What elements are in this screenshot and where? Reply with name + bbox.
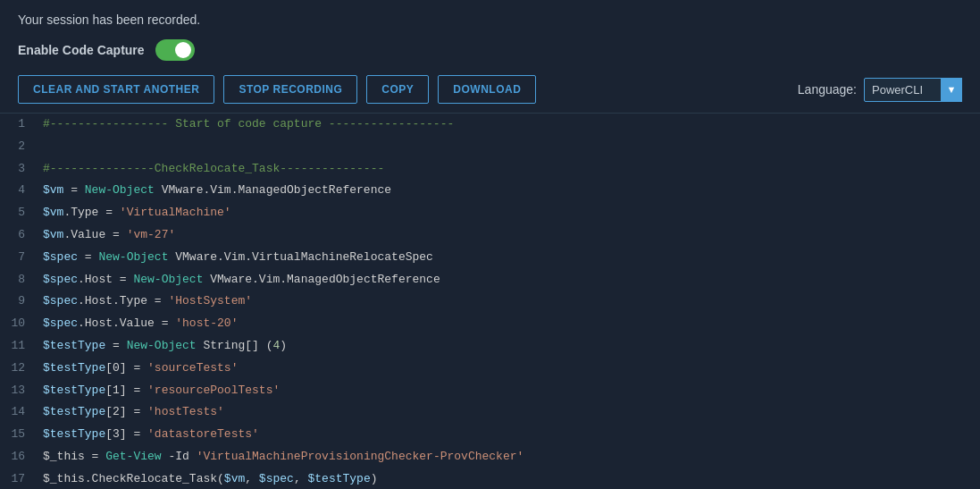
line-code: $spec = New-Object VMware.Vim.VirtualMac… [36, 247, 980, 269]
line-code: $testType = New-Object String[] (4) [36, 335, 980, 358]
session-text: Your session has been recorded. [18, 13, 962, 27]
table-row: 12 $testType[0] = 'sourceTests' [0, 358, 980, 380]
language-label: Language: [798, 82, 857, 97]
line-number: 11 [0, 335, 36, 358]
line-code: $testType[1] = 'resourcePoolTests' [36, 380, 980, 402]
table-row: 4 $vm = New-Object VMware.Vim.ManagedObj… [0, 180, 980, 202]
line-number: 2 [0, 136, 36, 158]
table-row: 15 $testType[3] = 'datastoreTests' [0, 424, 980, 446]
line-code: $testType[2] = 'hostTests' [36, 401, 980, 424]
line-number: 15 [0, 424, 36, 446]
table-row: 7 $spec = New-Object VMware.Vim.VirtualM… [0, 247, 980, 269]
clear-and-start-button[interactable]: CLEAR AND START ANOTHER [18, 75, 214, 104]
line-number: 4 [0, 180, 36, 202]
table-row: 11 $testType = New-Object String[] (4) [0, 335, 980, 358]
line-code: $spec.Host.Type = 'HostSystem' [36, 291, 980, 313]
enable-code-capture-label: Enable Code Capture [18, 43, 145, 57]
line-number: 7 [0, 247, 36, 269]
line-number: 1 [0, 114, 36, 136]
line-number: 5 [0, 202, 36, 224]
table-row: 14 $testType[2] = 'hostTests' [0, 401, 980, 424]
line-number: 3 [0, 158, 36, 181]
line-code: $vm.Value = 'vm-27' [36, 224, 980, 247]
line-number: 10 [0, 313, 36, 335]
language-select[interactable]: PowerCLI PowerShell Python Go [864, 78, 962, 102]
table-row: 9 $spec.Host.Type = 'HostSystem' [0, 291, 980, 313]
line-code: $spec.Host.Value = 'host-20' [36, 313, 980, 335]
line-number: 8 [0, 269, 36, 291]
table-row: 5 $vm.Type = 'VirtualMachine' [0, 202, 980, 224]
line-number: 6 [0, 224, 36, 247]
stop-recording-button[interactable]: STOP RECORDING [223, 75, 357, 104]
line-code: $testType[3] = 'datastoreTests' [36, 424, 980, 446]
line-code: $_this.CheckRelocate_Task($vm, $spec, $t… [36, 468, 980, 485]
table-row: 16 $_this = Get-View -Id 'VirtualMachine… [0, 446, 980, 468]
table-row: 10 $spec.Host.Value = 'host-20' [0, 313, 980, 335]
enable-code-capture-toggle[interactable] [155, 39, 195, 61]
copy-button[interactable]: COPY [366, 75, 429, 104]
line-code: $_this = Get-View -Id 'VirtualMachinePro… [36, 446, 980, 468]
code-area: 1 #----------------- Start of code captu… [0, 113, 980, 485]
table-row: 2 [0, 136, 980, 158]
line-code: $spec.Host = New-Object VMware.Vim.Manag… [36, 269, 980, 291]
line-number: 14 [0, 401, 36, 424]
language-select-wrapper: PowerCLI PowerShell Python Go ▼ [864, 78, 962, 102]
table-row: 8 $spec.Host = New-Object VMware.Vim.Man… [0, 269, 980, 291]
table-row: 1 #----------------- Start of code captu… [0, 114, 980, 136]
table-row: 6 $vm.Value = 'vm-27' [0, 224, 980, 247]
line-code: #---------------CheckRelocate_Task------… [36, 158, 980, 181]
line-code: $vm.Type = 'VirtualMachine' [36, 202, 980, 224]
download-button[interactable]: DOWNLOAD [438, 75, 536, 104]
line-number: 9 [0, 291, 36, 313]
line-code [36, 136, 980, 158]
table-row: 17 $_this.CheckRelocate_Task($vm, $spec,… [0, 468, 980, 485]
line-number: 17 [0, 468, 36, 485]
line-number: 16 [0, 446, 36, 468]
table-row: 3 #---------------CheckRelocate_Task----… [0, 158, 980, 181]
code-table: 1 #----------------- Start of code captu… [0, 114, 980, 485]
line-number: 13 [0, 380, 36, 402]
line-code: #----------------- Start of code capture… [36, 114, 980, 136]
line-code: $testType[0] = 'sourceTests' [36, 358, 980, 380]
table-row: 13 $testType[1] = 'resourcePoolTests' [0, 380, 980, 402]
line-number: 12 [0, 358, 36, 380]
line-code: $vm = New-Object VMware.Vim.ManagedObjec… [36, 180, 980, 202]
